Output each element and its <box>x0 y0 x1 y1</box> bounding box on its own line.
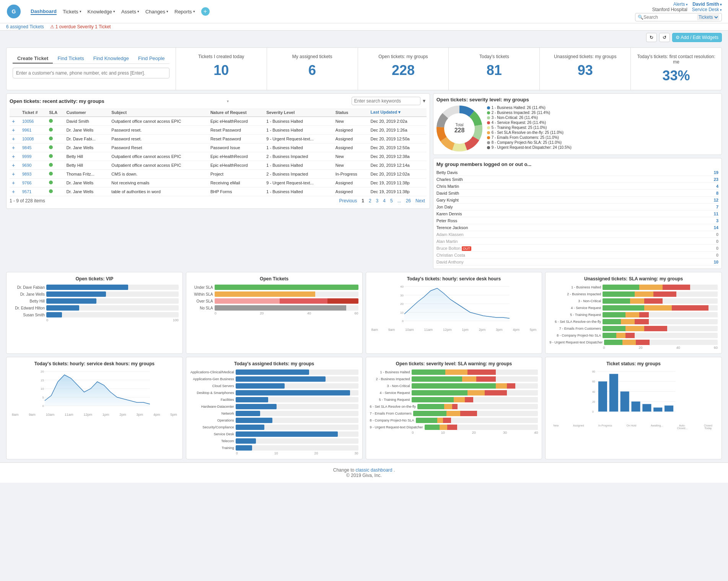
overdue-warning-link[interactable]: ⚠ 1 overdue Severity 1 Ticket <box>50 24 111 29</box>
col-severity[interactable]: Severity Level <box>264 108 333 117</box>
col-status[interactable]: Status <box>333 108 368 117</box>
col-customer[interactable]: Customer <box>64 108 109 117</box>
ticket-id-link[interactable]: 10008 <box>22 137 34 141</box>
refresh-button-2[interactable]: ↺ <box>659 33 670 42</box>
filter-icon[interactable]: ▼ <box>422 98 427 104</box>
page-26-link[interactable]: 26 <box>404 198 412 204</box>
sla-dot <box>49 145 53 149</box>
expand-btn[interactable]: + <box>12 118 15 124</box>
tab-find-tickets[interactable]: Find Tickets <box>53 54 88 63</box>
next-page-link[interactable]: Next <box>414 198 427 204</box>
nav-changes[interactable]: Changes <box>145 9 168 15</box>
expand-btn[interactable]: + <box>12 162 15 168</box>
nav-assets[interactable]: Assets <box>121 9 139 15</box>
stat-assigned: My assigned tickets 6 <box>267 48 358 90</box>
severity-panel-title: Open tickets: severity level: my groups <box>436 97 718 103</box>
tab-find-people[interactable]: Find People <box>134 54 169 63</box>
expand-btn[interactable]: + <box>12 180 15 186</box>
customer-search-input[interactable] <box>13 68 169 78</box>
svg-text:G: G <box>12 8 16 15</box>
create-section: Create Ticket Find Tickets Find Knowledg… <box>7 48 176 90</box>
customer-cell: Thomas Fritz... <box>64 170 109 179</box>
add-button[interactable]: + <box>201 7 210 16</box>
member-count: 0 <box>716 253 718 257</box>
refresh-button-1[interactable]: ↻ <box>646 33 657 42</box>
nav-dashboard[interactable]: Dashboard <box>31 8 57 15</box>
bar-label: 9 - Urgent Request-text Dispatcher <box>549 340 603 344</box>
ticket-id-link[interactable]: 10056 <box>22 119 34 124</box>
ticket-id-link[interactable]: 9571 <box>22 189 31 194</box>
expand-btn[interactable]: + <box>12 189 15 195</box>
service-link[interactable]: Service Desk <box>692 7 722 12</box>
nature-cell: Reset Password <box>208 135 264 143</box>
severity-cell: 1 - Business Halted <box>264 187 333 196</box>
tickets-search-input[interactable] <box>352 97 420 105</box>
ticket-id-link[interactable]: 9766 <box>22 181 31 185</box>
classic-dashboard-link[interactable]: classic dashboard <box>355 467 392 473</box>
nav-tickets[interactable]: Tickets <box>63 9 81 15</box>
expand-btn[interactable]: + <box>12 145 15 151</box>
col-updated[interactable]: Last Updated ▾ <box>368 108 427 117</box>
prev-page-link[interactable]: Previous <box>338 198 359 204</box>
svg-text:60: 60 <box>592 380 595 383</box>
vip-chart-title: Open tickets: VIP <box>10 276 179 282</box>
bar-row: 9 - Urgent Request-text Dispatcher <box>549 340 718 345</box>
bar-label: Hardware-Datacenter <box>190 405 234 408</box>
tab-find-knowledge[interactable]: Find Knowledge <box>89 54 134 63</box>
subject-cell: Outpatient office cannot access EPIC <box>109 152 208 161</box>
nav-knowledge[interactable]: Knowledge <box>88 9 115 15</box>
bar-fill <box>236 418 272 423</box>
member-count: 3 <box>716 218 718 223</box>
svg-rect-44 <box>609 374 618 412</box>
charts-row-2: Today's tickets: hourly: service desk ho… <box>6 357 722 459</box>
bar-label: 5 - Training Request <box>549 313 601 317</box>
pagination: 1 - 9 of 228 items Previous 1 2 3 4 5 ..… <box>10 196 427 205</box>
page-3-link[interactable]: 3 <box>375 198 380 204</box>
member-row: Alan Martin 0 <box>436 238 718 245</box>
col-ticket[interactable]: Ticket # <box>20 108 47 117</box>
col-sla[interactable]: SLA <box>47 108 64 117</box>
search-input[interactable] <box>643 15 697 20</box>
page-1-link[interactable]: 1 <box>360 198 366 204</box>
hourly-chart-title: Today's tickets: hourly: service desk ho… <box>370 276 538 282</box>
col-subject[interactable]: Subject <box>109 108 208 117</box>
col-nature[interactable]: Nature of Request <box>208 108 264 117</box>
expand-btn[interactable]: + <box>12 153 15 159</box>
customer-cell: Dr. Jane Wells <box>64 187 109 196</box>
bar-row: 9 - Urgent Request-text Dispatcher <box>370 425 538 430</box>
bar-track <box>603 305 718 311</box>
page-5-link[interactable]: 5 <box>389 198 394 204</box>
nav-reports[interactable]: Reports <box>174 9 195 15</box>
ticket-id-link[interactable]: 9893 <box>22 172 31 176</box>
expand-btn[interactable]: + <box>12 127 15 133</box>
assigned-groups-chart-title: Today's assigned tickets: my groups <box>190 361 358 366</box>
bar-label: Service Desk <box>190 432 234 436</box>
panel-dropdown-icon[interactable]: ▾ <box>227 99 229 103</box>
expand-btn[interactable]: + <box>12 136 15 142</box>
col-expand <box>10 108 20 117</box>
search-scope-select[interactable]: Tickets <box>697 14 719 20</box>
sev-sla-chart-title: Open tickets: severity level: SLA warnin… <box>370 361 538 366</box>
svg-text:10: 10 <box>41 387 44 391</box>
bar-row: 4 - Service Request <box>370 390 538 395</box>
bar-row: No SLA <box>190 305 358 311</box>
bar-track <box>236 376 358 382</box>
sla-dot <box>49 137 53 140</box>
assigned-tickets-link[interactable]: 6 assigned Tickets <box>6 24 44 29</box>
user-link[interactable]: David Smith <box>692 2 722 7</box>
ticket-id-link[interactable]: 9961 <box>22 128 31 132</box>
bar-row: 2 - Business Impacted <box>370 376 538 382</box>
ticket-id-link[interactable]: 9690 <box>22 163 31 168</box>
page-2-link[interactable]: 2 <box>367 198 373 204</box>
sla-dot <box>49 119 53 123</box>
expand-btn[interactable]: + <box>12 171 15 177</box>
ticket-id-link[interactable]: 9999 <box>22 154 31 159</box>
tab-create-ticket[interactable]: Create Ticket <box>13 54 53 63</box>
page-4-link[interactable]: 4 <box>381 198 387 204</box>
alerts-link[interactable]: Alerts <box>673 2 688 7</box>
ticket-id-link[interactable]: 9845 <box>22 145 31 150</box>
search-bar: 🔍 Tickets <box>635 13 722 21</box>
add-edit-widgets-button[interactable]: ⚙ Add / Edit Widgets <box>672 33 722 42</box>
severity-cell: 1 - Business Halted <box>264 143 333 152</box>
warning-icon: ⚠ <box>50 24 54 29</box>
